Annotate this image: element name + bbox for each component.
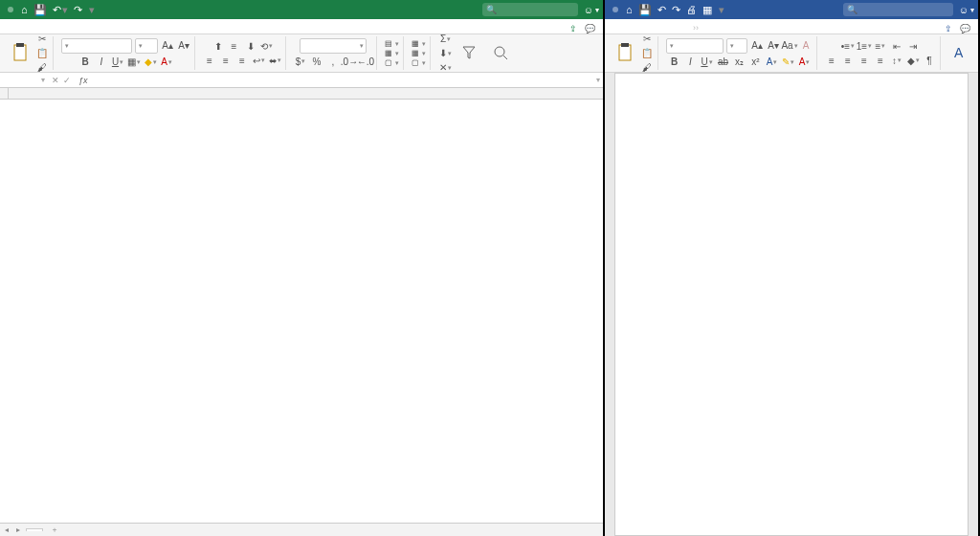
align-bottom-icon[interactable]: ⬇ [244,39,257,53]
comments-button[interactable]: 💬 [960,24,970,34]
select-all-corner[interactable] [0,88,9,99]
add-sheet-button[interactable]: ＋ [47,525,62,535]
orientation-icon[interactable]: ⟲▾ [260,39,274,53]
font-name-select[interactable]: ▾ [61,38,132,54]
decrease-indent-icon[interactable]: ⇤ [890,39,903,53]
delete-cells-button[interactable]: ▦ ▾ [412,49,426,57]
currency-icon[interactable]: $▾ [294,55,307,68]
format-cells-button[interactable]: ▢ ▾ [412,58,426,67]
insert-cells-button[interactable]: ▦ ▾ [412,39,426,48]
paste-button[interactable] [8,43,33,63]
qat-more-icon[interactable]: ▾ [719,5,724,15]
styles-button[interactable]: A [948,44,973,62]
share-button[interactable]: ⇪ [945,24,952,34]
align-right-icon[interactable]: ≡ [858,54,871,67]
bold-button[interactable]: B [668,56,681,69]
expand-formula-bar-icon[interactable]: ▾ [593,76,603,84]
italic-button[interactable]: I [95,56,108,69]
shading-icon[interactable]: ◆▾ [906,54,920,67]
comments-button[interactable]: 💬 [585,24,595,34]
increase-indent-icon[interactable]: ⇥ [906,39,920,53]
superscript-button[interactable]: x² [749,56,763,69]
line-spacing-icon[interactable]: ↕▾ [890,54,903,67]
align-middle-icon[interactable]: ≡ [228,39,241,53]
percent-icon[interactable]: % [310,55,323,68]
show-marks-icon[interactable]: ¶ [923,54,936,67]
text-effects-icon[interactable]: A▾ [766,56,779,69]
format-painter-icon[interactable]: 🖌 [35,61,49,74]
fill-icon[interactable]: ⬇▾ [438,47,452,60]
comma-icon[interactable]: , [326,55,340,68]
sort-filter-button[interactable] [455,45,483,61]
print-icon[interactable]: 🖨 [686,5,697,15]
format-as-table-button[interactable]: ▦ ▾ [385,49,399,57]
italic-button[interactable]: I [684,56,698,69]
tab-more[interactable]: ›› [693,21,699,34]
clear-icon[interactable]: ✕▾ [438,61,452,74]
autosave-toggle[interactable] [612,7,618,12]
grow-font-icon[interactable]: A▴ [161,39,174,53]
enter-formula-icon[interactable]: ✓ [63,76,71,85]
strikethrough-button[interactable]: ab [717,56,730,69]
shrink-font-icon[interactable]: A▾ [767,39,780,53]
shrink-font-icon[interactable]: A▾ [177,39,190,53]
underline-button[interactable]: U▾ [111,56,124,69]
autosave-toggle[interactable] [8,7,13,12]
toolbox-icon[interactable]: ▦ [702,5,712,15]
clear-formatting-icon[interactable]: A [799,39,813,53]
bullets-icon[interactable]: •≡▾ [841,39,855,53]
sheet-nav-prev-icon[interactable]: ▸ [14,525,22,534]
home-icon[interactable]: ⌂ [21,5,28,15]
feedback-icon[interactable]: ☺ [959,5,969,15]
bold-button[interactable]: B [78,56,92,69]
fill-color-button[interactable]: ◆▾ [144,56,157,69]
font-size-select[interactable]: ▾ [726,38,747,54]
align-left-icon[interactable]: ≡ [203,54,216,67]
sheet-nav-first-icon[interactable]: ◂ [3,525,11,534]
grow-font-icon[interactable]: A▴ [750,39,764,53]
cut-icon[interactable]: ✂ [35,34,49,46]
underline-button[interactable]: U▾ [701,56,714,69]
font-size-select[interactable]: ▾ [135,38,158,54]
undo-icon[interactable]: ↶▾ [53,5,68,15]
styles-pane-button[interactable] [976,44,978,62]
highlight-color-button[interactable]: ✎▾ [782,56,795,69]
save-icon[interactable]: 💾 [638,5,652,15]
copy-icon[interactable]: 📋 [640,47,654,60]
decrease-decimal-icon[interactable]: ←.0 [359,55,372,68]
subscript-button[interactable]: x₂ [733,56,746,69]
align-center-icon[interactable]: ≡ [841,54,855,67]
cut-icon[interactable]: ✂ [640,34,654,46]
merge-icon[interactable]: ⬌▾ [268,54,281,67]
copy-icon[interactable]: 📋 [35,47,49,60]
home-icon[interactable]: ⌂ [626,5,633,15]
change-case-icon[interactable]: Aa▾ [783,39,796,53]
feedback-chevron-icon[interactable]: ▾ [970,6,974,14]
increase-decimal-icon[interactable]: .0→ [343,55,356,68]
justify-icon[interactable]: ≡ [874,54,887,67]
border-button[interactable]: ▦▾ [127,56,141,69]
align-right-icon[interactable]: ≡ [235,54,249,67]
redo-icon[interactable]: ↷ [74,5,82,15]
feedback-icon[interactable]: ☺ [584,5,593,15]
spreadsheet-grid[interactable] [0,88,603,523]
cancel-formula-icon[interactable]: ✕ [52,76,59,85]
word-document-area[interactable] [605,73,978,536]
save-icon[interactable]: 💾 [33,5,47,15]
wrap-text-icon[interactable]: ↩▾ [252,54,265,67]
redo-icon[interactable]: ↷ [672,5,680,15]
cell-styles-button[interactable]: ▢ ▾ [385,58,399,67]
search-document-input[interactable]: 🔍 [843,3,953,16]
paste-button[interactable] [612,43,637,63]
find-select-button[interactable] [486,45,515,61]
feedback-chevron-icon[interactable]: ▾ [595,6,599,14]
search-sheet-input[interactable]: 🔍 [482,3,578,16]
align-top-icon[interactable]: ⬆ [212,39,225,53]
align-left-icon[interactable]: ≡ [825,54,838,67]
align-center-icon[interactable]: ≡ [219,54,233,67]
qat-more-icon[interactable]: ▾ [89,5,95,15]
font-name-select[interactable]: ▾ [666,38,724,54]
format-painter-icon[interactable]: 🖌 [640,61,654,74]
share-button[interactable]: ⇪ [569,24,577,34]
font-color-button[interactable]: A▾ [160,56,173,69]
